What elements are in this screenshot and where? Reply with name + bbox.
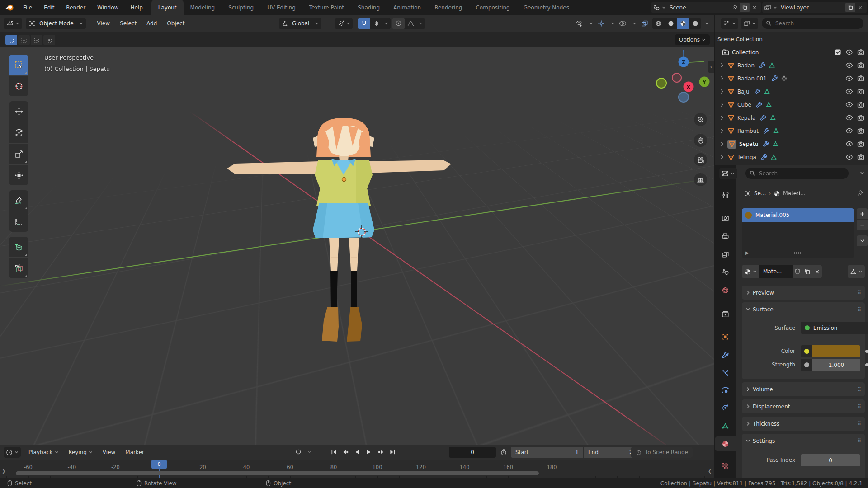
camera-icon[interactable] bbox=[857, 114, 864, 121]
start-frame-field[interactable]: Start 1 bbox=[511, 447, 583, 458]
pan-hand-button[interactable] bbox=[694, 134, 707, 147]
playhead[interactable]: 0 bbox=[151, 460, 167, 469]
pin-id-icon[interactable] bbox=[857, 190, 863, 197]
remove-slot-button[interactable] bbox=[857, 220, 868, 230]
pivot-point-button[interactable] bbox=[335, 18, 353, 29]
expander-icon[interactable] bbox=[720, 63, 724, 68]
expander-icon[interactable] bbox=[720, 89, 724, 94]
jump-end-icon[interactable] bbox=[387, 447, 398, 457]
breadcrumb-data[interactable]: Materi... bbox=[783, 190, 806, 197]
select-mode-set[interactable] bbox=[5, 35, 17, 45]
slot-filter-expander[interactable]: ▶ bbox=[745, 250, 749, 255]
measure-tool[interactable] bbox=[9, 211, 28, 232]
properties-search[interactable] bbox=[745, 168, 849, 179]
panel-grip-icon[interactable]: ⠿ bbox=[857, 386, 861, 393]
copy-material-icon[interactable] bbox=[802, 265, 812, 278]
remove-x-icon[interactable] bbox=[855, 3, 865, 12]
sidebar-collapse-arrow[interactable]: ‹ bbox=[708, 61, 714, 73]
camera-view-button[interactable] bbox=[694, 153, 707, 166]
expander-icon[interactable] bbox=[720, 115, 724, 120]
panel-volume[interactable]: Volume⠿ bbox=[742, 382, 865, 396]
menu-edit[interactable]: Edit bbox=[38, 0, 60, 15]
checkbox-icon[interactable] bbox=[835, 49, 841, 56]
collection-tab[interactable] bbox=[715, 306, 736, 322]
key-next-icon[interactable] bbox=[375, 447, 386, 457]
panel-settings[interactable]: Settings⠿ Pass Index 0 bbox=[742, 434, 865, 478]
tab-geometry-nodes[interactable]: Geometry Nodes bbox=[517, 0, 576, 15]
tab-compositing[interactable]: Compositing bbox=[469, 0, 516, 15]
color-keyframe-dot[interactable] bbox=[865, 350, 868, 353]
modifier-tab[interactable] bbox=[715, 347, 736, 362]
tab-uv-editing[interactable]: UV Editing bbox=[260, 0, 302, 15]
tool-tab[interactable] bbox=[715, 187, 736, 202]
overlays-icon[interactable] bbox=[617, 18, 629, 29]
select-mode-subtract[interactable] bbox=[31, 35, 42, 45]
camera-icon[interactable] bbox=[857, 88, 864, 95]
timeline-expand-arrow[interactable]: ❯ bbox=[2, 469, 5, 474]
play-icon[interactable] bbox=[363, 447, 374, 457]
outliner-item-badan[interactable]: Badan bbox=[715, 59, 868, 72]
object-tab[interactable] bbox=[715, 329, 736, 344]
collection-row[interactable]: Collection bbox=[715, 46, 868, 59]
add-cube-tool[interactable] bbox=[9, 237, 28, 257]
panel-thickness[interactable]: Thickness⠿ bbox=[742, 417, 865, 431]
unlink-material-icon[interactable] bbox=[812, 265, 822, 278]
outliner-item-kepala[interactable]: Kepala bbox=[715, 111, 868, 124]
camera-icon[interactable] bbox=[857, 62, 864, 69]
viewport-menu-view[interactable]: View bbox=[92, 15, 115, 32]
shading-solid-icon[interactable] bbox=[665, 18, 677, 29]
proportional-edit-icon[interactable] bbox=[392, 18, 405, 29]
menu-help[interactable]: Help bbox=[124, 0, 148, 15]
new-copy-icon[interactable] bbox=[740, 3, 750, 12]
expander-icon[interactable] bbox=[720, 155, 724, 160]
to-scene-range-button[interactable]: To Scene Range bbox=[631, 447, 693, 458]
autokey-record-icon[interactable] bbox=[293, 447, 304, 457]
panel-grip-icon[interactable]: ⠿ bbox=[857, 306, 861, 313]
shading-rendered-icon[interactable] bbox=[689, 18, 701, 29]
eye-icon[interactable] bbox=[845, 75, 853, 82]
shading-material-icon[interactable] bbox=[677, 18, 689, 29]
tab-modeling[interactable]: Modeling bbox=[184, 0, 222, 15]
play-rev-icon[interactable] bbox=[352, 447, 363, 457]
blender-logo-icon[interactable] bbox=[5, 4, 14, 12]
options-button[interactable]: Options bbox=[675, 34, 710, 45]
outliner-item-badan.001[interactable]: Badan.001 bbox=[715, 72, 868, 85]
emission-color-swatch[interactable] bbox=[812, 345, 860, 357]
camera-icon[interactable] bbox=[857, 154, 864, 160]
cursor-tool[interactable] bbox=[9, 76, 28, 96]
gizmo-toggle-icon[interactable] bbox=[595, 18, 607, 29]
outliner-filter-button[interactable] bbox=[721, 18, 738, 29]
tab-shading[interactable]: Shading bbox=[351, 0, 387, 15]
falloff-curve-icon[interactable] bbox=[405, 18, 417, 29]
properties-options-chevron[interactable] bbox=[860, 171, 864, 174]
timeline-menu-view[interactable]: View bbox=[98, 445, 120, 460]
unlink-x-icon[interactable] bbox=[750, 3, 760, 12]
panel-displacement[interactable]: Displacement⠿ bbox=[742, 399, 865, 413]
expander-icon[interactable] bbox=[720, 102, 724, 107]
browse-material-button[interactable] bbox=[742, 265, 759, 278]
strength-socket-button[interactable] bbox=[801, 359, 812, 371]
camera-icon[interactable] bbox=[857, 127, 864, 134]
camera-icon[interactable] bbox=[857, 75, 864, 82]
camera-icon[interactable] bbox=[857, 101, 864, 108]
shading-wireframe-icon[interactable] bbox=[652, 18, 665, 29]
jump-start-icon[interactable] bbox=[328, 447, 339, 457]
transform-orientation[interactable]: Global bbox=[279, 18, 321, 29]
breadcrumb-object[interactable]: Se... bbox=[754, 190, 766, 197]
outliner-search-input[interactable] bbox=[774, 20, 830, 27]
panel-grip-icon[interactable]: ⠿ bbox=[857, 290, 861, 296]
menu-file[interactable]: File bbox=[17, 0, 38, 15]
tab-layout[interactable]: Layout bbox=[151, 0, 184, 15]
character-model[interactable] bbox=[222, 113, 457, 348]
eye-icon[interactable] bbox=[845, 62, 853, 69]
scene-name[interactable]: Scene bbox=[666, 5, 690, 11]
select-box-tool[interactable] bbox=[9, 55, 28, 75]
outliner-display-mode[interactable] bbox=[741, 18, 758, 29]
data-tab[interactable] bbox=[715, 418, 736, 433]
particles-tab[interactable] bbox=[715, 365, 736, 380]
tab-rendering[interactable]: Rendering bbox=[428, 0, 469, 15]
eye-icon[interactable] bbox=[845, 127, 853, 134]
properties-search-input[interactable] bbox=[758, 170, 814, 177]
viewport-menu-select[interactable]: Select bbox=[115, 15, 142, 32]
pin-icon[interactable] bbox=[730, 3, 740, 12]
